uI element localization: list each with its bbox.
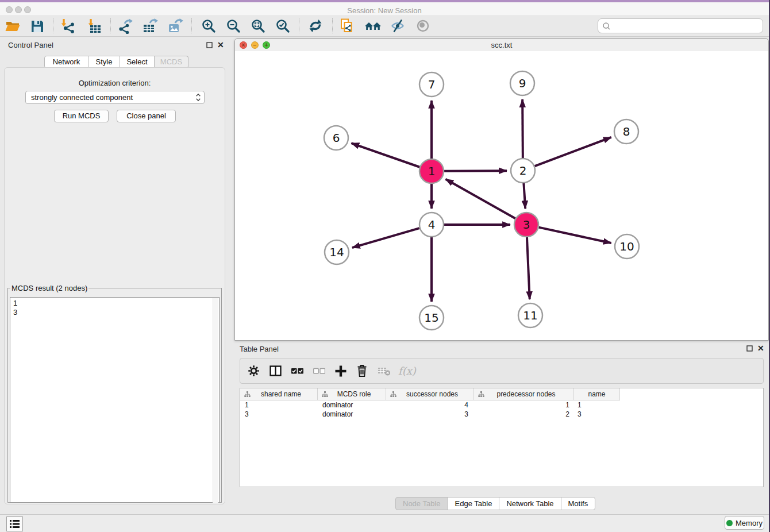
network-window-title: scc.txt: [235, 39, 768, 51]
export-table-button[interactable]: [140, 17, 160, 35]
column-header-name[interactable]: name: [574, 388, 620, 400]
export-network-button[interactable]: [116, 17, 135, 35]
graph-edge-3-11[interactable]: [527, 237, 530, 299]
select-all-button[interactable]: [291, 368, 303, 375]
mcds-result-item[interactable]: 1: [13, 299, 219, 308]
hierarchy-icon: [244, 391, 251, 398]
zoom-fit-icon: [251, 18, 266, 34]
search-input[interactable]: [611, 20, 763, 32]
zoom-in-button[interactable]: [199, 17, 218, 35]
zoom-selected-icon: [275, 18, 291, 34]
toolbar-separator: [191, 18, 192, 33]
memory-button[interactable]: Memory: [725, 516, 764, 530]
graph-edge-4-14[interactable]: [352, 228, 419, 248]
tab-select[interactable]: Select: [120, 56, 155, 68]
table-cell[interactable]: dominator: [318, 401, 386, 409]
search-box[interactable]: [598, 18, 763, 33]
gear-icon: [248, 365, 260, 377]
graph-edge-2-8[interactable]: [535, 137, 611, 166]
copy-network-button[interactable]: [337, 17, 357, 35]
import-table-icon: [86, 18, 102, 34]
deselect-all-button[interactable]: [313, 368, 325, 375]
tab-network-table[interactable]: Network Table: [499, 497, 561, 510]
table-cell[interactable]: 2: [474, 410, 574, 418]
table-row[interactable]: 1dominator411: [240, 400, 763, 410]
open-folder-icon: [5, 18, 21, 33]
column-header-shared-name[interactable]: shared name: [240, 388, 318, 400]
table-panel-title: Table Panel: [240, 345, 279, 353]
result-scrollbar[interactable]: [213, 298, 218, 503]
delete-column-button[interactable]: [356, 364, 368, 377]
graph-edge-1-2[interactable]: [444, 171, 507, 171]
table-cell[interactable]: 3: [574, 410, 620, 418]
graph-node-label: 11: [523, 309, 537, 322]
mcds-result-list[interactable]: 13: [10, 297, 220, 503]
table-cell[interactable]: 3: [386, 410, 474, 418]
close-panel-button[interactable]: Close panel: [117, 110, 176, 122]
graph-edge-3-10[interactable]: [538, 228, 611, 243]
export-table-icon: [142, 18, 158, 34]
table-cell[interactable]: 1: [240, 401, 318, 409]
run-mcds-button[interactable]: Run MCDS: [54, 110, 109, 122]
memory-label: Memory: [736, 519, 763, 527]
open-session-button[interactable]: [3, 17, 22, 35]
table-cell[interactable]: 4: [386, 401, 474, 409]
eye-slash-icon: [390, 18, 405, 33]
task-history-button[interactable]: [6, 516, 23, 531]
unchecked-boxes-icon: [313, 368, 325, 375]
network-canvas[interactable]: 7968124314101511: [235, 51, 768, 340]
delete-table-button[interactable]: [378, 365, 391, 376]
table-cell[interactable]: dominator: [318, 410, 386, 418]
main-toolbar: [0, 16, 769, 37]
toggle-columns-button[interactable]: [270, 365, 282, 376]
zoom-in-icon: [201, 18, 217, 34]
hierarchy-icon: [322, 391, 328, 398]
close-table-panel-icon[interactable]: ✕: [757, 345, 764, 352]
graph-edge-3-1[interactable]: [445, 179, 515, 218]
zoom-out-button[interactable]: [224, 17, 243, 35]
zoom-selected-button[interactable]: [273, 17, 292, 35]
save-session-button[interactable]: [27, 17, 47, 35]
table-cell[interactable]: 3: [240, 410, 318, 418]
float-table-panel-icon[interactable]: [746, 345, 753, 352]
graph-edge-1-6[interactable]: [351, 143, 419, 167]
table-row[interactable]: 3dominator323: [240, 410, 763, 419]
tab-node-table[interactable]: Node Table: [395, 497, 448, 510]
tab-network[interactable]: Network: [44, 56, 88, 68]
graph-edge-2-9[interactable]: [522, 99, 523, 158]
copy-network-icon: [339, 18, 355, 34]
graph-node-label: 10: [619, 240, 634, 253]
zoom-fit-button[interactable]: [248, 17, 268, 35]
import-table-button[interactable]: [84, 17, 104, 35]
import-network-button[interactable]: [58, 17, 78, 35]
graph-node-label: 6: [333, 131, 340, 145]
hide-panel-button[interactable]: [388, 17, 407, 35]
network-graph[interactable]: 7968124314101511: [235, 51, 768, 340]
close-panel-icon[interactable]: ✕: [217, 42, 224, 48]
function-builder-button[interactable]: f(x): [398, 365, 416, 377]
column-header-successor-nodes[interactable]: successor nodes: [386, 388, 474, 400]
optimization-criterion-label: Optimization criterion:: [4, 79, 225, 87]
home-button[interactable]: [363, 17, 383, 35]
status-bar: Memory: [0, 514, 769, 532]
show-panel-button[interactable]: [413, 17, 433, 35]
export-image-button[interactable]: [165, 17, 185, 35]
tab-edge-table[interactable]: Edge Table: [448, 497, 500, 510]
mcds-result-item[interactable]: 3: [13, 308, 219, 317]
graph-node-label: 8: [623, 125, 630, 138]
table-settings-button[interactable]: [248, 365, 260, 377]
add-column-button[interactable]: [335, 365, 346, 377]
float-panel-icon[interactable]: [206, 42, 213, 48]
tab-mcds[interactable]: MCDS: [154, 56, 188, 68]
column-header-mcds-role[interactable]: MCDS role: [318, 388, 386, 400]
toolbar-separator: [332, 18, 333, 33]
apply-layout-button[interactable]: [306, 17, 325, 35]
tab-motifs[interactable]: Motifs: [561, 497, 596, 510]
optimization-criterion-select[interactable]: strongly connected component: [25, 91, 205, 104]
graph-edge-2-3[interactable]: [523, 183, 525, 209]
column-header-predecessor-nodes[interactable]: predecessor nodes: [474, 388, 574, 400]
tab-style[interactable]: Style: [88, 56, 120, 68]
table-cell[interactable]: 1: [574, 401, 620, 409]
search-icon: [602, 22, 611, 30]
table-cell[interactable]: 1: [474, 401, 574, 409]
